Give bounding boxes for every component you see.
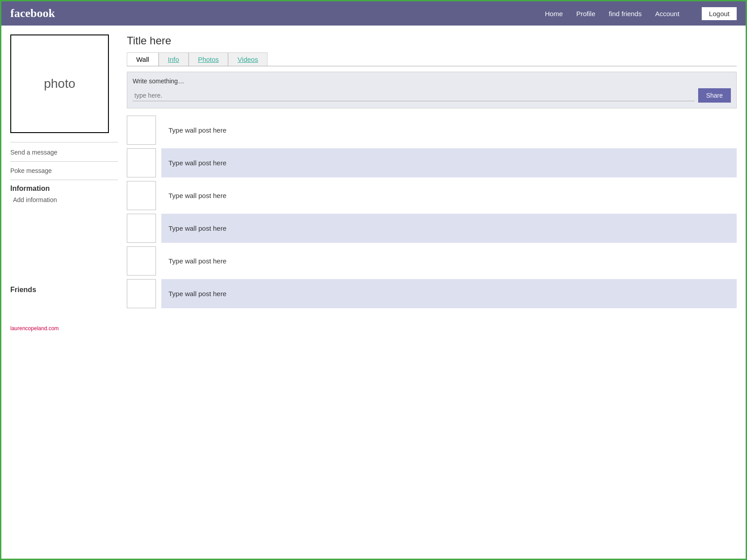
post-avatar (127, 181, 156, 210)
post-avatar (127, 116, 156, 145)
tab-info[interactable]: Info (159, 52, 189, 66)
main-layout: photo Send a message Poke message Inform… (1, 26, 746, 321)
nav-home[interactable]: Home (545, 10, 563, 17)
divider-1 (10, 161, 118, 162)
post-text: Type wall post here (161, 148, 737, 177)
post-text: Type wall post here (161, 279, 737, 308)
tabs: Wall Info Photos Videos (127, 52, 737, 66)
wall-post-row: Type wall post here (127, 116, 737, 145)
nav-profile[interactable]: Profile (576, 10, 596, 17)
wall-posts: Type wall post hereType wall post hereTy… (127, 116, 737, 308)
footer: laurencopeland.com (1, 321, 746, 336)
sidebar: photo Send a message Poke message Inform… (10, 34, 118, 312)
wall-post-row: Type wall post here (127, 279, 737, 308)
friends-title: Friends (10, 286, 118, 294)
post-avatar (127, 214, 156, 243)
write-row: Share (133, 88, 731, 103)
poke-message-link[interactable]: Poke message (10, 165, 118, 176)
wall-post-row: Type wall post here (127, 148, 737, 177)
wall-post-row: Type wall post here (127, 246, 737, 276)
information-title: Information (10, 185, 118, 193)
page-title: Title here (127, 34, 737, 47)
profile-photo: photo (10, 34, 109, 133)
post-text: Type wall post here (161, 246, 737, 276)
nav: Home Profile find friends Account Logout (545, 7, 737, 20)
logout-button[interactable]: Logout (702, 7, 737, 20)
tab-videos[interactable]: Videos (228, 52, 268, 66)
content: Title here Wall Info Photos Videos Write… (127, 34, 737, 312)
wall-post-row: Type wall post here (127, 214, 737, 243)
divider-2 (10, 180, 118, 180)
logo: facebook (10, 7, 545, 20)
post-avatar (127, 246, 156, 276)
post-text: Type wall post here (161, 214, 737, 243)
tab-wall[interactable]: Wall (127, 52, 159, 66)
write-box: Write something… Share (127, 72, 737, 108)
information-section: Information Add information (10, 185, 118, 205)
post-text: Type wall post here (161, 116, 737, 145)
add-information-link[interactable]: Add information (10, 194, 118, 205)
post-avatar (127, 148, 156, 177)
write-input[interactable] (133, 90, 695, 101)
tab-photos[interactable]: Photos (189, 52, 229, 66)
post-text: Type wall post here (161, 181, 737, 210)
nav-account[interactable]: Account (655, 10, 679, 17)
header: facebook Home Profile find friends Accou… (1, 1, 746, 26)
write-label: Write something… (133, 78, 731, 85)
footer-text: laurencopeland.com (10, 325, 59, 332)
nav-find-friends[interactable]: find friends (609, 10, 642, 17)
sidebar-actions: Send a message Poke message (10, 142, 118, 180)
wall-post-row: Type wall post here (127, 181, 737, 210)
send-message-link[interactable]: Send a message (10, 147, 118, 158)
post-avatar (127, 279, 156, 308)
share-button[interactable]: Share (698, 88, 731, 103)
